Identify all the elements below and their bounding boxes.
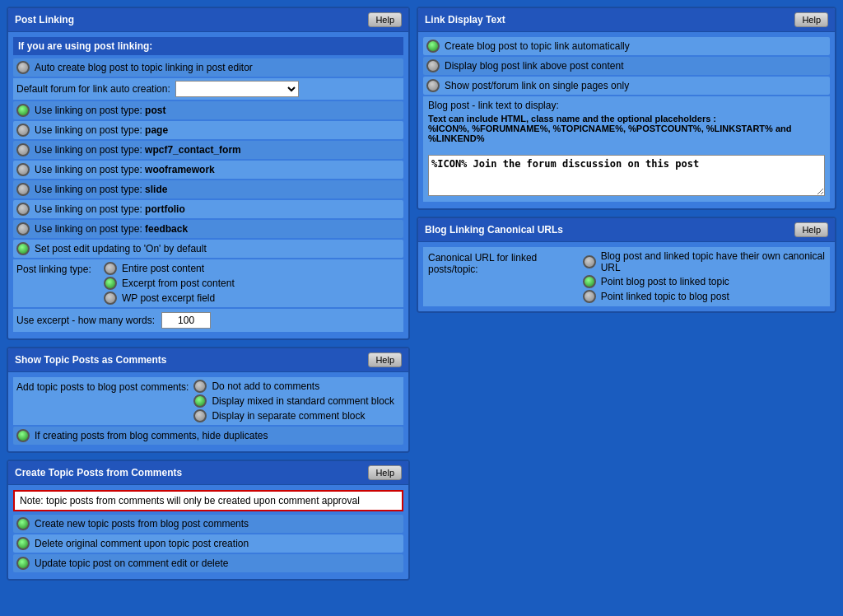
show-topic-posts-help-btn[interactable]: Help xyxy=(368,352,402,367)
canonical-point-blog-label: Point blog post to linked topic xyxy=(601,276,729,287)
default-forum-select[interactable] xyxy=(175,81,299,97)
canonical-point-blog-row: Point blog post to linked topic xyxy=(583,275,825,288)
canonical-section: Canonical URL for linked posts/topic: Bl… xyxy=(423,247,830,306)
post-type-wpcf7-indicator[interactable] xyxy=(16,143,30,156)
post-type-feedback-indicator[interactable] xyxy=(16,222,30,236)
post-type-page-label: Use linking on post type: page xyxy=(35,124,168,136)
update-topic-label: Update topic post on comment edit or del… xyxy=(35,558,228,569)
post-type-wooframework-label: Use linking on post type: wooframework xyxy=(35,164,215,175)
left-column: Post Linking Help If you are using post … xyxy=(7,7,410,581)
blog-linking-canonical-help-btn[interactable]: Help xyxy=(794,222,828,237)
default-forum-row: Default forum for link auto creation: xyxy=(13,78,403,100)
canonical-point-blog-indicator[interactable] xyxy=(583,275,596,288)
post-type-page-indicator[interactable] xyxy=(16,124,30,137)
canonical-point-topic-label: Point linked topic to blog post xyxy=(601,291,729,302)
create-topic-posts-help-btn[interactable]: Help xyxy=(368,465,402,480)
link-text-placeholders: %ICON%, %FORUMNAME%, %TOPICNAME%, %POSTC… xyxy=(428,124,825,143)
link-display-text-body: Create blog post to topic link automatic… xyxy=(418,32,835,208)
post-type-wooframework-indicator[interactable] xyxy=(16,163,30,176)
auto-create-indicator[interactable] xyxy=(16,61,30,74)
show-topic-posts-header: Show Topic Posts as Comments Help xyxy=(8,348,408,372)
post-type-post-indicator[interactable] xyxy=(16,104,30,117)
post-type-slide-label: Use linking on post type: slide xyxy=(35,184,167,195)
post-type-slide-indicator[interactable] xyxy=(16,183,30,196)
update-topic-indicator[interactable] xyxy=(16,557,30,570)
link-display-text-panel: Link Display Text Help Create blog post … xyxy=(417,7,836,210)
delete-original-row: Delete original comment upon topic post … xyxy=(13,534,403,553)
display-blog-post-indicator[interactable] xyxy=(426,59,440,72)
show-topic-posts-body: Add topic posts to blog post comments: D… xyxy=(8,372,408,451)
post-type-wpcf7-label: Use linking on post type: wpcf7_contact_… xyxy=(35,144,241,156)
linking-excerpt-row: Excerpt from post content xyxy=(104,277,235,290)
do-not-add-label: Do not add to comments xyxy=(212,380,319,392)
linking-type-radio-group: Entire post content Excerpt from post co… xyxy=(104,262,235,305)
link-display-text-help-btn[interactable]: Help xyxy=(794,12,828,27)
delete-original-indicator[interactable] xyxy=(16,537,30,550)
display-blog-post-label: Display blog post link above post conten… xyxy=(445,60,623,72)
set-post-edit-indicator[interactable] xyxy=(16,242,30,255)
linking-wp-indicator[interactable] xyxy=(104,292,117,305)
hide-duplicates-row: If creating posts from blog comments, hi… xyxy=(13,427,403,445)
post-type-feedback-label: Use linking on post type: feedback xyxy=(35,223,188,235)
link-text-info: Text can include HTML, class name and th… xyxy=(428,114,825,124)
link-text-box: Blog post - link text to display: Text c… xyxy=(423,96,830,202)
link-display-text-header: Link Display Text Help xyxy=(418,8,835,32)
hide-duplicates-indicator[interactable] xyxy=(16,429,30,442)
post-linking-body: If you are using post linking: Auto crea… xyxy=(8,32,408,338)
post-type-page-row: Use linking on post type: page xyxy=(13,121,403,139)
linking-entire-label: Entire post content xyxy=(122,263,204,274)
show-post-forum-label: Show post/forum link on single pages onl… xyxy=(445,80,629,91)
post-linking-title: Post Linking xyxy=(15,14,74,26)
show-post-forum-indicator[interactable] xyxy=(426,79,440,92)
do-not-add-indicator[interactable] xyxy=(193,380,207,393)
note-box: Note: topic posts from comments will onl… xyxy=(13,490,403,511)
show-post-forum-row: Show post/forum link on single pages onl… xyxy=(423,77,830,95)
create-topic-posts-title: Create Topic Posts from Comments xyxy=(15,467,182,478)
post-linking-type-label: Post linking type: xyxy=(16,262,99,275)
display-mixed-indicator[interactable] xyxy=(193,394,207,408)
post-type-wpcf7-row: Use linking on post type: wpcf7_contact_… xyxy=(13,141,403,159)
display-separate-label: Display in separate comment block xyxy=(212,410,365,422)
set-post-edit-label: Set post edit updating to 'On' by defaul… xyxy=(35,243,207,254)
linking-entire-indicator[interactable] xyxy=(104,262,117,275)
default-forum-label: Default forum for link auto creation: xyxy=(16,83,170,95)
create-new-topic-indicator[interactable] xyxy=(16,517,30,530)
add-topic-posts-label: Add topic posts to blog post comments: xyxy=(16,380,189,393)
linking-excerpt-indicator[interactable] xyxy=(104,277,117,290)
post-type-feedback-row: Use linking on post type: feedback xyxy=(13,220,403,238)
set-post-edit-row: Set post edit updating to 'On' by defaul… xyxy=(13,240,403,258)
display-separate-row: Display in separate comment block xyxy=(193,409,394,422)
link-display-text-title: Link Display Text xyxy=(425,14,505,26)
display-blog-post-row: Display blog post link above post conten… xyxy=(423,57,830,75)
linking-wp-label: WP post excerpt field xyxy=(122,292,215,304)
excerpt-input[interactable] xyxy=(161,312,211,329)
right-column: Link Display Text Help Create blog post … xyxy=(417,7,836,313)
post-type-slide-row: Use linking on post type: slide xyxy=(13,180,403,198)
canonical-point-topic-indicator[interactable] xyxy=(583,290,596,303)
create-blog-post-indicator[interactable] xyxy=(426,40,440,53)
display-separate-indicator[interactable] xyxy=(193,409,207,422)
canonical-own-label: Blog post and linked topic have their ow… xyxy=(601,250,825,273)
link-text-textarea[interactable] xyxy=(428,155,825,196)
linking-excerpt-label: Excerpt from post content xyxy=(122,278,235,289)
main-layout: Post Linking Help If you are using post … xyxy=(7,7,836,581)
blog-linking-canonical-header: Blog Linking Canonical URLs Help xyxy=(418,218,835,242)
canonical-label: Canonical URL for linked posts/topic: xyxy=(428,250,576,275)
show-topic-posts-panel: Show Topic Posts as Comments Help Add to… xyxy=(7,347,410,453)
hide-duplicates-label: If creating posts from blog comments, hi… xyxy=(35,430,268,441)
create-topic-posts-body: Note: topic posts from comments will onl… xyxy=(8,485,408,579)
post-type-wooframework-row: Use linking on post type: wooframework xyxy=(13,161,403,179)
add-topic-posts-section: Add topic posts to blog post comments: D… xyxy=(13,377,403,425)
create-topic-posts-header: Create Topic Posts from Comments Help xyxy=(8,461,408,485)
canonical-point-topic-row: Point linked topic to blog post xyxy=(583,290,825,303)
excerpt-label: Use excerpt - how many words: xyxy=(16,315,155,326)
post-linking-help-btn[interactable]: Help xyxy=(368,12,402,27)
create-new-topic-row: Create new topic posts from blog post co… xyxy=(13,515,403,533)
post-type-portfolio-indicator[interactable] xyxy=(16,203,30,216)
post-linking-panel: Post Linking Help If you are using post … xyxy=(7,7,410,340)
create-blog-post-row: Create blog post to topic link automatic… xyxy=(423,37,830,55)
add-topic-radio-group: Do not add to comments Display mixed in … xyxy=(193,380,394,422)
blog-linking-canonical-title: Blog Linking Canonical URLs xyxy=(425,224,563,236)
canonical-own-indicator[interactable] xyxy=(583,255,596,268)
canonical-radio-group: Blog post and linked topic have their ow… xyxy=(583,250,825,303)
